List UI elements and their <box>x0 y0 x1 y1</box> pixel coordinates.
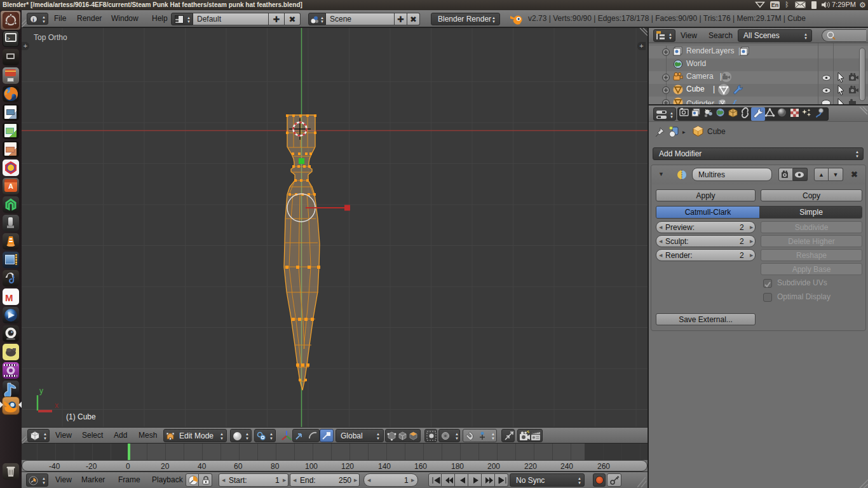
svg-text:y: y <box>39 386 43 395</box>
svg-text:x: x <box>55 401 58 410</box>
